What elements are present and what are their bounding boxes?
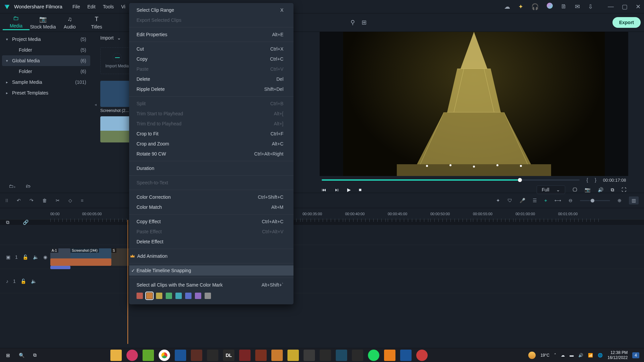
- taskbar-app[interactable]: DL: [223, 350, 234, 361]
- save-icon[interactable]: 🗎: [561, 3, 567, 10]
- taskbar-app-opera[interactable]: [126, 350, 138, 361]
- mixer-icon[interactable]: ☰: [533, 198, 537, 203]
- export-button[interactable]: Export: [612, 17, 641, 28]
- taskbar-app-filmora[interactable]: [400, 350, 412, 361]
- ctx-ripple-delete[interactable]: Ripple DeleteShift+Del: [129, 84, 293, 94]
- attach-icon[interactable]: 🔗: [23, 220, 29, 225]
- search-icon[interactable]: 🔍: [19, 353, 24, 358]
- taskbar-app[interactable]: [287, 350, 299, 361]
- download-icon[interactable]: ⇩: [588, 3, 593, 10]
- weather-icon[interactable]: [528, 352, 536, 359]
- ctx-select-same-color[interactable]: Select all Clips with the Same Color Mar…: [129, 280, 293, 290]
- color-swatch[interactable]: [195, 293, 201, 299]
- mute-icon[interactable]: 🔈: [33, 254, 39, 260]
- timeline-selection[interactable]: [50, 266, 70, 269]
- tab-titles[interactable]: TTitles: [83, 16, 110, 29]
- sidebar-item-sample-media[interactable]: ▸Sample Media(101): [2, 77, 90, 87]
- taskbar-app[interactable]: [352, 350, 363, 361]
- zoom-slider[interactable]: [580, 200, 610, 201]
- mute-icon[interactable]: 🔈: [31, 279, 37, 284]
- preview-canvas[interactable]: [320, 32, 628, 176]
- taskbar-clock[interactable]: 12:38 PM 16/12/2022: [607, 350, 628, 360]
- taskbar-app[interactable]: [191, 350, 202, 361]
- menu-tools[interactable]: Tools: [103, 4, 114, 9]
- ctx-duration[interactable]: Duration: [129, 163, 293, 173]
- crop-icon[interactable]: ⌗: [81, 198, 84, 203]
- delete-icon[interactable]: 🗑: [42, 198, 47, 203]
- taskbar-app-chrome[interactable]: [159, 350, 170, 361]
- zoom-out-icon[interactable]: ⊖: [569, 198, 573, 203]
- media-thumbnail[interactable]: [100, 81, 134, 107]
- cloud-icon[interactable]: ☁: [504, 3, 510, 10]
- tray-cloud-icon[interactable]: ☁: [561, 353, 565, 358]
- taskbar-app-nvidia[interactable]: [143, 350, 154, 361]
- taskbar-app[interactable]: [304, 350, 315, 361]
- visibility-icon[interactable]: ◉: [43, 254, 47, 260]
- split-icon[interactable]: ✂: [56, 198, 60, 203]
- tray-wifi-icon[interactable]: 📶: [588, 353, 593, 358]
- tray-lang-icon[interactable]: 🌐: [598, 353, 603, 358]
- task-view-icon[interactable]: ⧉: [33, 352, 37, 358]
- taskbar-app-explorer[interactable]: [110, 350, 122, 361]
- menu-file[interactable]: File: [72, 4, 80, 9]
- seek-slider[interactable]: [322, 179, 580, 181]
- playhead[interactable]: [127, 220, 128, 344]
- taskbar-app[interactable]: [416, 350, 428, 361]
- ctx-copy-effect[interactable]: Copy EffectCtrl+Alt+C: [129, 217, 293, 227]
- close-icon[interactable]: ✕: [636, 3, 641, 10]
- taskbar-app[interactable]: [320, 350, 331, 361]
- avatar-icon[interactable]: [547, 3, 553, 10]
- snapshot-icon[interactable]: 📷: [585, 187, 590, 192]
- quality-select[interactable]: Full⌄: [537, 185, 565, 194]
- undo-icon[interactable]: ↶: [17, 198, 21, 203]
- menu-view[interactable]: Vi: [121, 4, 125, 9]
- tab-audio[interactable]: ♫Audio: [56, 16, 83, 29]
- collapse-handle[interactable]: ◂: [95, 102, 97, 107]
- zoom-in-icon[interactable]: ⊕: [618, 198, 622, 203]
- ctx-select-clip-range[interactable]: Select Clip RangeX: [129, 5, 293, 15]
- minimize-icon[interactable]: —: [608, 3, 614, 10]
- notification-badge[interactable]: 4: [632, 352, 639, 358]
- mail-icon[interactable]: ✉: [575, 3, 580, 10]
- timeline-view-toggle[interactable]: ▥: [629, 196, 639, 204]
- play-icon[interactable]: ▶: [347, 187, 351, 192]
- media-thumbnail[interactable]: [100, 116, 134, 142]
- import-dropdown[interactable]: Import⌄: [100, 35, 129, 41]
- tab-stock[interactable]: 📷Stock Media: [30, 15, 56, 29]
- color-swatch[interactable]: [156, 293, 162, 299]
- new-folder-icon[interactable]: 🗀₊: [9, 183, 16, 189]
- sidebar-item-folder-2[interactable]: Folder(6): [2, 66, 90, 77]
- color-swatch[interactable]: [175, 293, 182, 299]
- stop-icon[interactable]: ■: [359, 187, 362, 192]
- ctx-crop-zoom[interactable]: Crop and ZoomAlt+C: [129, 139, 293, 149]
- taskbar-app[interactable]: [207, 350, 218, 361]
- tray-chevron-icon[interactable]: ˄: [554, 353, 556, 358]
- timeline-clip[interactable]: S: [111, 248, 131, 266]
- menu-edit[interactable]: Edit: [88, 4, 96, 9]
- tag-icon[interactable]: ◇: [68, 198, 72, 203]
- pip-icon[interactable]: ⧉: [611, 187, 614, 193]
- adjust-icon[interactable]: ⁝⁝: [5, 198, 8, 203]
- volume-icon[interactable]: 🔊: [598, 187, 603, 192]
- taskbar-app[interactable]: [239, 350, 251, 361]
- color-swatch[interactable]: [137, 293, 143, 299]
- maximize-icon[interactable]: ▢: [622, 3, 628, 10]
- ctx-cut[interactable]: CutCtrl+X: [129, 44, 293, 54]
- color-swatch[interactable]: [185, 293, 192, 299]
- audio-track-1[interactable]: ♪1 🔓 🔈: [0, 269, 644, 293]
- taskbar-app[interactable]: [255, 350, 267, 361]
- fit-icon[interactable]: ⟷: [554, 198, 561, 203]
- tab-media[interactable]: 🗀Media: [3, 15, 30, 30]
- sidebar-item-folder-1[interactable]: Folder(5): [2, 45, 90, 55]
- taskbar-app[interactable]: [175, 350, 186, 361]
- prev-frame-icon[interactable]: ⏮: [322, 187, 326, 192]
- ctx-enable-snapping[interactable]: ✓Enable Timeline Snapping: [129, 265, 293, 276]
- link-track-icon[interactable]: ⧉: [6, 220, 9, 225]
- temperature[interactable]: 19°C: [540, 353, 549, 358]
- video-track-1[interactable]: ▣1 🔓 🔈 ◉ A-1 Screenshot (244) S: [0, 245, 644, 269]
- ctx-add-animation[interactable]: Add Animation: [129, 251, 293, 261]
- sidebar-item-preset-templates[interactable]: ▸Preset Templates: [2, 87, 90, 98]
- filter-icon[interactable]: ⚲: [351, 19, 355, 26]
- ctx-color-correction[interactable]: Color CorrectionCtrl+Shift+C: [129, 192, 293, 202]
- display-icon[interactable]: 🖵: [573, 187, 577, 192]
